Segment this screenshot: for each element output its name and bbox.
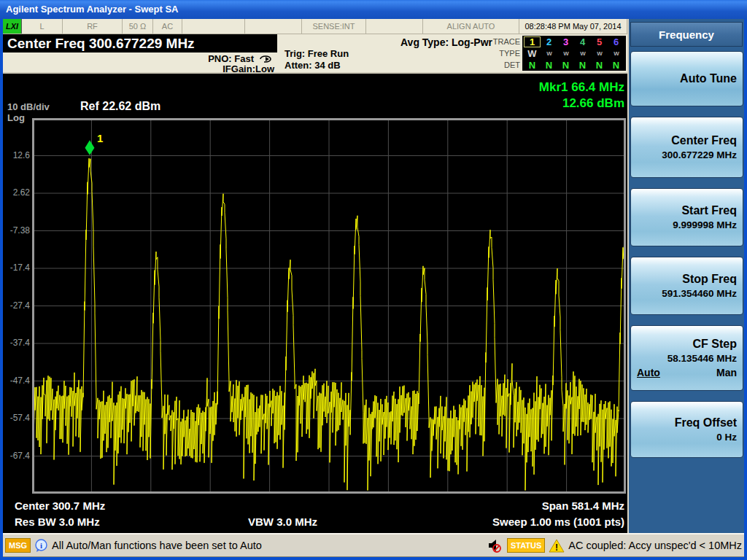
trace-2-indicator: 2 (541, 36, 557, 47)
softkey-center-freq[interactable]: Center Freq 300.677229 MHz (630, 117, 743, 178)
softkey-value: 9.999998 MHz (673, 219, 737, 230)
marker-ampl-readout: 12.66 dBm (539, 96, 624, 112)
trace-detector-row: N N N N N N (524, 59, 624, 71)
trace-legend-row-labels: TRACE TYPE DET (493, 36, 520, 71)
softkey-label: Start Freq (681, 204, 737, 217)
center-freq-annotation: Center 300.7 MHz (15, 499, 105, 512)
status-cell-impedance: 50 Ω (123, 19, 153, 34)
status-text: AC coupled: Accy unspec'd < 10MHz (568, 540, 742, 551)
menu-title-frequency: Frequency (630, 22, 743, 47)
softkey-label: CF Step (693, 338, 737, 351)
avg-type-label: Avg Type: Log-Pwr (400, 36, 492, 48)
instrument-status-row: LXI L RF 50 Ω AC SENSE:INT ALIGN AUTO 08… (3, 19, 627, 34)
softkey-start-freq[interactable]: Start Freq 9.999998 MHz (630, 188, 743, 246)
y-axis-tick-label: -27.4 (3, 300, 30, 311)
status-timestamp: 08:28:48 PM May 07, 2014 (519, 19, 627, 34)
marker-freq-readout: Mkr1 66.4 MHz (539, 79, 624, 96)
trigger-block: Trig: Free Run Atten: 34 dB (285, 48, 349, 71)
softkey-label: Auto Tune (680, 72, 737, 85)
status-cell-coupling: AC (153, 19, 182, 34)
y-axis-tick-label: 2.62 (3, 187, 30, 198)
y-axis-tick-label: -37.4 (3, 338, 30, 348)
softkey-value: 300.677229 MHz (662, 149, 737, 160)
scale-type-label: Log (7, 112, 25, 123)
status-cell-empty2 (245, 19, 302, 34)
status-cell-empty3 (366, 19, 423, 34)
softkey-label: Center Freq (671, 134, 737, 147)
ifgain-label: IFGain:Low (171, 64, 274, 74)
trace-type-icon: W (591, 50, 608, 57)
vbw-annotation: VBW 3.0 MHz (248, 516, 317, 528)
detector-indicator: N (591, 60, 608, 71)
y-axis-tick-label: -67.4 (3, 451, 30, 461)
type-row-label: TYPE (493, 47, 520, 59)
msg-text: All Auto/Man functions have been set to … (52, 540, 484, 551)
continuous-sweep-loop-icon (257, 55, 274, 63)
info-icon: i (34, 539, 48, 553)
svg-text:!: ! (555, 542, 558, 552)
softkey-freq-offset[interactable]: Freq Offset 0 Hz (630, 401, 743, 458)
softkey-cf-step[interactable]: CF Step 58.135446 MHz Auto Man (630, 325, 743, 391)
y-axis-tick-label: -17.4 (3, 262, 30, 273)
msg-badge: MSG (5, 538, 31, 553)
trace-3-indicator: 3 (557, 36, 574, 47)
auto-option[interactable]: Auto (637, 367, 660, 378)
res-bw-annotation: Res BW 3.0 MHz (15, 516, 100, 528)
trace-legend: TRACE TYPE DET 1 2 3 4 5 6 W W W W W W (493, 36, 626, 71)
attenuation-label: Atten: 34 dB (285, 60, 349, 71)
status-cell-sense: SENSE:INT (302, 19, 366, 34)
spectrum-display-area: 10 dB/div Log Ref 22.62 dBm Mkr1 66.4 MH… (3, 74, 627, 533)
auto-man-toggle[interactable]: Auto Man (637, 367, 737, 378)
scale-per-div-label: 10 dB/div (7, 101, 50, 112)
status-badge: STATUS (507, 538, 545, 553)
y-axis-tick-label: -7.38 (3, 225, 30, 236)
sweep-annotation: Sweep 1.00 ms (1001 pts) (492, 516, 624, 528)
trace-5-indicator: 5 (591, 36, 608, 47)
detector-indicator: N (524, 60, 541, 71)
trace-1-indicator: 1 (524, 36, 541, 47)
warning-icon: ! (549, 539, 565, 553)
det-row-label: DET (493, 59, 520, 71)
measurement-bar: Center Freq 300.677229 MHz PNO: Fast IFG… (3, 34, 627, 74)
trace-type-icon: W (541, 50, 557, 57)
trace-6-indicator: 6 (608, 36, 624, 47)
softkey-label: Stop Freq (682, 273, 737, 286)
window-title: Agilent Spectrum Analyzer - Swept SA (6, 4, 178, 15)
detector-indicator: N (557, 60, 574, 71)
detector-indicator: N (574, 60, 591, 71)
trigger-label: Trig: Free Run (285, 48, 349, 60)
softkey-value: 0 Hz (716, 432, 737, 443)
span-annotation: Span 581.4 MHz (542, 499, 624, 512)
trace-row-label: TRACE (493, 36, 520, 47)
softkey-value: 58.135446 MHz (667, 353, 737, 364)
softkey-auto-tune[interactable]: Auto Tune (630, 51, 743, 106)
bottom-status-bar: MSG i All Auto/Man functions have been s… (3, 533, 744, 557)
y-axis-tick-label: 12.6 (3, 150, 30, 160)
softkey-value: 591.354460 MHz (662, 288, 737, 299)
trace-type-icon: W (608, 50, 624, 57)
pno-label: PNO: Fast (208, 54, 254, 64)
svg-text:i: i (40, 540, 42, 549)
softkey-label: Freq Offset (675, 416, 737, 429)
status-cell-align: ALIGN AUTO (423, 19, 519, 34)
trace-type-icon: W (557, 50, 574, 57)
trace-legend-grid: 1 2 3 4 5 6 W W W W W W N N N N N N (522, 36, 626, 71)
detector-indicator: N (608, 60, 624, 71)
marker-readout: Mkr1 66.4 MHz 12.66 dBm (539, 79, 624, 112)
trace-4-indicator: 4 (574, 36, 591, 47)
status-cell-rf: RF (63, 19, 123, 34)
lxi-indicator: LXI (3, 19, 22, 34)
trace-type-icon: W (574, 50, 591, 57)
man-option[interactable]: Man (716, 367, 737, 378)
active-function-readout: Center Freq 300.677229 MHz (3, 34, 277, 52)
softkey-stop-freq[interactable]: Stop Freq 591.354460 MHz (630, 257, 743, 315)
speaker-muted-icon (487, 538, 503, 553)
softkey-menu: Frequency Auto Tune Center Freq 300.6772… (627, 19, 744, 533)
status-right-group: STATUS ! AC coupled: Accy unspec'd < 10M… (487, 538, 742, 553)
spectrum-plot: 1 (32, 118, 626, 494)
svg-text:1: 1 (97, 132, 103, 144)
y-axis-tick-label: -57.4 (3, 413, 30, 423)
status-cell-empty1 (182, 19, 245, 34)
trace-type-row: W W W W W W (524, 47, 624, 59)
y-axis-tick-label: -47.4 (3, 376, 30, 386)
